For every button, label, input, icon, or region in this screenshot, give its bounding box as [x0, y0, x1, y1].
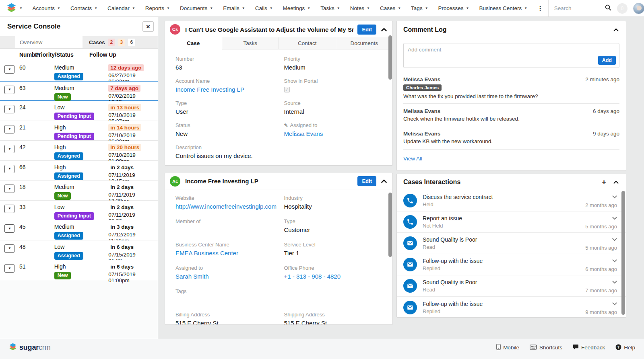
add-interaction-plus-icon[interactable]: + — [602, 178, 606, 186]
interaction-item[interactable]: Report an issue Not Held 5 months ago — [397, 211, 626, 233]
column-priority-status[interactable]: Priority/Status — [35, 51, 89, 58]
interaction-title: Follow-up with the issue — [423, 258, 585, 264]
menu-cases[interactable]: Cases▼ — [375, 0, 406, 16]
menu-label: Contacts — [70, 5, 92, 11]
row-actions-button[interactable]: ▼ — [4, 185, 14, 193]
collapse-chevron-up-icon[interactable] — [613, 27, 619, 32]
row-actions-button[interactable]: ▼ — [4, 125, 14, 133]
table-row[interactable]: ▼ 21 HighPending Input in 14 hours07/10/… — [0, 121, 158, 141]
sugarcrm-logo-menu[interactable]: ▼ — [0, 2, 27, 14]
row-actions-button[interactable]: ▼ — [4, 65, 14, 74]
search-input[interactable] — [554, 5, 603, 11]
cases-interactions-card: Cases Interactions + Discuss the service… — [396, 174, 626, 318]
table-row[interactable]: ▼ 45 MediumAssigned in 3 days07/12/2019 … — [0, 220, 158, 240]
row-actions-button[interactable]: ▼ — [4, 105, 14, 113]
tab-overview[interactable]: Overview — [15, 36, 83, 48]
expand-chevron-down-icon[interactable] — [612, 278, 617, 285]
tab-documents[interactable]: Documents — [336, 37, 393, 49]
field-label: Office Phone — [284, 265, 393, 271]
table-row[interactable]: ▼ 51 HighNew in 6 days07/15/2019 01:00pm — [0, 260, 158, 280]
collapse-chevron-up-icon[interactable] — [380, 178, 388, 184]
search-icon[interactable] — [603, 4, 617, 12]
expand-chevron-down-icon[interactable] — [612, 214, 617, 222]
help-link[interactable]: ? Help — [615, 344, 635, 351]
add-comment-input[interactable] — [404, 43, 619, 68]
interaction-item[interactable]: Sound Quality is Poor Read 5 months ago — [397, 233, 626, 254]
expand-chevron-down-icon[interactable] — [612, 257, 617, 264]
phone-link[interactable]: +1 - 313 - 908 - 4820 — [284, 273, 393, 280]
menu-tasks[interactable]: Tasks▼ — [316, 0, 345, 16]
row-actions-button[interactable]: ▼ — [4, 244, 14, 253]
row-actions-button[interactable]: ▼ — [4, 205, 14, 213]
scrollbar[interactable] — [388, 35, 392, 80]
mention-tag[interactable]: Charles James — [403, 84, 442, 91]
cases-table-header: Number Priority/Status Follow Up — [0, 49, 158, 61]
assigned-user-link[interactable]: Sarah Smith — [175, 273, 284, 280]
collapse-chevron-up-icon[interactable] — [613, 180, 619, 185]
tab-tasks[interactable]: Tasks — [222, 37, 279, 49]
user-menu[interactable]: ▼ — [633, 3, 644, 14]
menu-documents[interactable]: Documents▼ — [175, 0, 218, 16]
table-row[interactable]: ▼ 42 HighAssigned in 20 hours07/10/2019 … — [0, 141, 158, 161]
interaction-item[interactable]: Sound Quality is Poor Read 7 months ago — [397, 275, 626, 297]
expand-chevron-down-icon[interactable] — [612, 300, 617, 307]
table-row[interactable]: ▼ 24 LowPending Input in 13 hours07/10/2… — [0, 101, 158, 121]
menu-processes[interactable]: Processes▼ — [433, 0, 474, 16]
field-label: Assigned to — [175, 265, 284, 271]
menu-notes[interactable]: Notes▼ — [345, 0, 375, 16]
row-actions-button[interactable]: ▼ — [4, 86, 14, 94]
edit-account-button[interactable]: Edit — [357, 176, 376, 186]
assigned-user-link[interactable]: Melissa Evans — [284, 130, 393, 137]
tab-cases[interactable]: Cases 2 3 6 — [83, 36, 141, 48]
account-link[interactable]: Income Free Investing LP — [175, 86, 284, 93]
menu-business-centers[interactable]: Business Centers▼ — [474, 0, 533, 16]
scrollbar[interactable] — [621, 191, 625, 315]
website-link[interactable]: http://www.incomefreeinvestinglp.com — [175, 203, 284, 210]
menu-meetings[interactable]: Meetings▼ — [278, 0, 316, 16]
row-actions-button[interactable]: ▼ — [4, 224, 14, 233]
table-row-selected[interactable]: ▼ 63 MediumNew 7 days ago07/02/2019 10:1… — [0, 81, 158, 101]
table-row[interactable]: ▼ 48 LowAssigned in 6 days07/15/2019 01:… — [0, 240, 158, 261]
row-actions-button[interactable]: ▼ — [4, 264, 14, 273]
menu-contacts[interactable]: Contacts▼ — [65, 0, 102, 16]
notification-count-badge[interactable]: 0 — [617, 3, 627, 14]
menu-calls[interactable]: Calls▼ — [250, 0, 278, 16]
edit-case-button[interactable]: Edit — [357, 25, 376, 35]
menu-reports[interactable]: Reports▼ — [140, 0, 175, 16]
menu-accounts[interactable]: Accounts▼ — [27, 0, 65, 16]
pencil-edit-icon[interactable]: ✎ — [284, 123, 288, 128]
expand-chevron-down-icon[interactable] — [612, 236, 617, 243]
follow-up-relative: in 3 days — [108, 224, 136, 230]
menu-calendar[interactable]: Calendar▼ — [103, 0, 140, 16]
add-comment-button[interactable]: Add — [598, 56, 616, 65]
table-row[interactable]: ▼ 18 MediumNew in 2 days07/11/2019 12:28… — [0, 181, 158, 201]
expand-chevron-down-icon[interactable] — [612, 193, 617, 200]
field-label: Industry — [284, 195, 393, 201]
table-row[interactable]: ▼ 33 LowPending Input in 2 days07/11/201… — [0, 201, 158, 221]
scrollbar[interactable] — [388, 193, 392, 257]
view-all-link[interactable]: View All — [403, 156, 422, 162]
table-row[interactable]: ▼ 66 HighAssigned in 2 days07/11/2019 10… — [0, 161, 158, 181]
collapse-chevron-up-icon[interactable] — [380, 27, 388, 32]
interaction-item[interactable]: Discuss the service contract Held 2 mont… — [397, 190, 626, 211]
menu-tags[interactable]: Tags▼ — [406, 0, 433, 16]
table-row[interactable]: ▼ 60 MediumAssigned 12 days ago06/27/201… — [0, 61, 158, 81]
business-center-link[interactable]: EMEA Business Center — [175, 250, 284, 256]
phone-call-icon — [403, 215, 417, 229]
show-in-portal-checkbox[interactable]: ✓ — [284, 87, 290, 92]
interaction-item[interactable]: Follow-up with the issue Replied 9 month… — [397, 297, 626, 318]
column-number[interactable]: Number — [0, 51, 35, 58]
more-menu-kebab-icon[interactable]: ⋮ — [533, 5, 548, 12]
tab-contact[interactable]: Contact — [279, 37, 336, 49]
menu-emails[interactable]: Emails▼ — [218, 0, 250, 16]
close-icon[interactable]: ✕ — [142, 21, 154, 32]
sugarcrm-footer-brand[interactable]: sugarcrm — [9, 343, 50, 353]
tab-case[interactable]: Case — [165, 37, 222, 49]
row-actions-button[interactable]: ▼ — [4, 165, 14, 173]
shortcuts-link[interactable]: Shortcuts — [530, 345, 562, 351]
row-actions-button[interactable]: ▼ — [4, 145, 14, 153]
interaction-item[interactable]: Follow-up with the issue Replied 6 month… — [397, 254, 626, 275]
mobile-link[interactable]: Mobile — [496, 344, 519, 351]
feedback-link[interactable]: Feedback — [573, 344, 605, 351]
column-follow-up[interactable]: Follow Up — [89, 51, 139, 58]
